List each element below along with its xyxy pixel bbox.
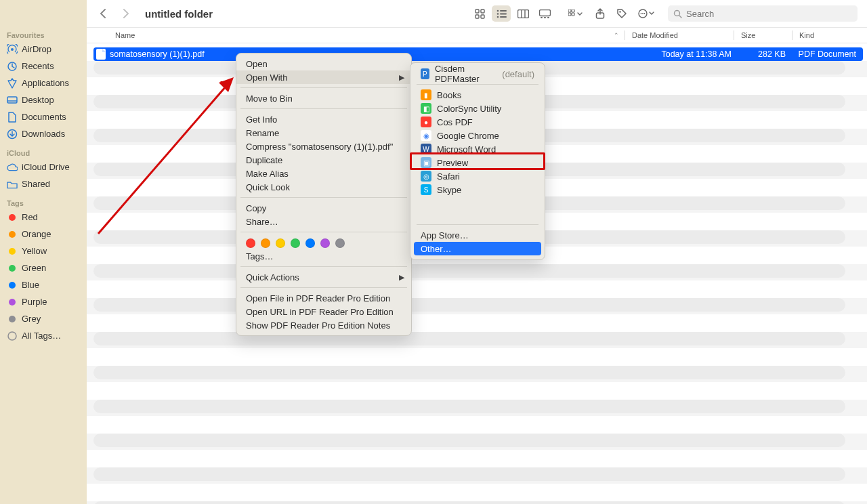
chevron-right-icon: ▶: [399, 273, 404, 282]
submenu-item[interactable]: PCisdem PDFMaster (default): [414, 67, 541, 81]
tag-color[interactable]: [305, 238, 315, 248]
submenu-item[interactable]: ◉Google Chrome: [414, 129, 541, 142]
tags-button[interactable]: [612, 5, 631, 22]
menu-item[interactable]: Move to Bin: [236, 91, 411, 105]
menu-item[interactable]: Open: [236, 57, 411, 70]
sidebar-item[interactable]: AirDrop: [4, 41, 83, 58]
menu-item-label: Get Info: [246, 114, 277, 125]
search-field[interactable]: [668, 5, 858, 22]
col-name[interactable]: Name⌃: [87, 31, 625, 39]
app-icon: ◎: [421, 171, 431, 182]
col-size[interactable]: Size: [734, 31, 792, 39]
svg-rect-19: [539, 9, 550, 16]
menu-item[interactable]: Quick Look: [236, 180, 411, 194]
submenu-item[interactable]: ▣Preview: [414, 156, 541, 169]
sidebar-item[interactable]: iCloud Drive: [4, 159, 83, 175]
group-by-button[interactable]: [564, 5, 588, 22]
menu-item[interactable]: Copy: [236, 201, 411, 215]
menu-item[interactable]: Open File in PDF Reader Pro Edition: [236, 291, 411, 305]
open-with-submenu: PCisdem PDFMaster (default)▮Books◧ColorS…: [410, 62, 545, 260]
submenu-item[interactable]: ◧ColorSync Utility: [414, 102, 541, 115]
menu-item-label: Make Alias: [246, 169, 289, 179]
tag-color[interactable]: [320, 238, 330, 248]
menu-item[interactable]: Show PDF Reader Pro Edition Notes: [236, 318, 411, 332]
list-view-button[interactable]: [492, 5, 511, 22]
svg-point-33: [675, 10, 680, 16]
tag-dot-icon: [7, 212, 18, 223]
col-date[interactable]: Date Modified: [625, 31, 734, 39]
svg-point-14: [496, 16, 499, 18]
sidebar-item[interactable]: Blue: [4, 276, 83, 293]
tag-color[interactable]: [276, 238, 285, 248]
forward-button[interactable]: [119, 7, 133, 20]
menu-item-label: Open File in PDF Reader Pro Edition: [246, 293, 390, 303]
menu-item[interactable]: Rename: [236, 126, 411, 140]
submenu-item[interactable]: ●Cos PDF: [414, 115, 541, 129]
menu-item[interactable]: Share…: [236, 215, 411, 228]
tag-color[interactable]: [261, 238, 270, 248]
sidebar-item-label: Desktop: [22, 95, 54, 105]
share-button[interactable]: [591, 5, 610, 22]
menu-item[interactable]: Tags…: [236, 249, 411, 263]
back-button[interactable]: [96, 7, 110, 20]
svg-point-30: [641, 13, 642, 14]
svg-rect-11: [500, 10, 507, 12]
sidebar-item[interactable]: Purple: [4, 293, 83, 310]
sidebar-item[interactable]: Orange: [4, 226, 83, 243]
sidebar-item-label: All Tags…: [22, 331, 61, 341]
sidebar-item[interactable]: Recents: [4, 58, 83, 75]
menu-item[interactable]: Quick Actions▶: [236, 270, 411, 284]
toolbar: untitled folder: [87, 0, 867, 27]
submenu-item[interactable]: ▮Books: [414, 88, 541, 102]
tag-color[interactable]: [335, 238, 345, 248]
svg-rect-23: [568, 9, 571, 12]
menu-item[interactable]: Compress "somatosensory (1)(1).pdf": [236, 140, 411, 153]
menu-item-label: Duplicate: [246, 155, 282, 165]
gallery-view-button[interactable]: [535, 5, 554, 22]
menu-item[interactable]: Duplicate: [236, 153, 411, 167]
sidebar: Favourites AirDropRecentsApplicationsDes…: [0, 0, 87, 504]
col-kind[interactable]: Kind: [792, 31, 867, 39]
sidebar-section-title: Tags: [7, 199, 80, 207]
app-icon: ●: [421, 117, 431, 127]
svg-point-28: [619, 11, 620, 12]
submenu-item[interactable]: Other…: [414, 242, 541, 255]
sidebar-item[interactable]: Documents: [4, 108, 83, 125]
sidebar-item-label: Applications: [22, 78, 69, 88]
sidebar-item-label: AirDrop: [22, 44, 51, 54]
sidebar-item[interactable]: Grey: [4, 310, 83, 327]
menu-item[interactable]: Open With▶: [236, 70, 411, 84]
sidebar-item[interactable]: Downloads: [4, 125, 83, 142]
tag-color[interactable]: [246, 238, 255, 248]
airdrop-icon: [7, 44, 18, 55]
file-date: Today at 11:38 AM: [623, 49, 732, 59]
sidebar-item[interactable]: Green: [4, 259, 83, 276]
menu-item-label: Rename: [246, 128, 279, 138]
menu-item[interactable]: Make Alias: [236, 167, 411, 180]
menu-item[interactable]: Open URL in PDF Reader Pro Edition: [236, 305, 411, 318]
svg-rect-24: [572, 9, 574, 12]
search-input[interactable]: [686, 9, 852, 19]
file-row-selected[interactable]: somatosensory (1)(1).pdf Today at 11:38 …: [93, 47, 863, 61]
menu-item[interactable]: Get Info: [236, 112, 411, 126]
actions-button[interactable]: [634, 5, 658, 22]
sidebar-item[interactable]: All Tags…: [4, 327, 83, 344]
sidebar-item[interactable]: Desktop: [4, 91, 83, 108]
clock-icon: [7, 61, 18, 72]
submenu-item[interactable]: App Store…: [414, 228, 541, 242]
tag-color[interactable]: [291, 238, 300, 248]
submenu-item[interactable]: WMicrosoft Word: [414, 142, 541, 156]
column-view-button[interactable]: [513, 5, 532, 22]
sidebar-item[interactable]: Shared: [4, 175, 83, 192]
icon-view-button[interactable]: [470, 5, 489, 22]
submenu-item[interactable]: SSkype: [414, 183, 541, 196]
submenu-item[interactable]: ◎Safari: [414, 169, 541, 183]
app-icon: W: [421, 144, 431, 154]
submenu-item-label: Books: [437, 90, 461, 100]
sidebar-item[interactable]: Yellow: [4, 243, 83, 259]
sidebar-item[interactable]: Red: [4, 209, 83, 226]
sidebar-item[interactable]: Applications: [4, 75, 83, 91]
sidebar-item-label: Red: [22, 212, 38, 222]
submenu-item-label: Cisdem PDFMaster: [435, 64, 496, 84]
tag-dot-icon: [7, 297, 18, 308]
